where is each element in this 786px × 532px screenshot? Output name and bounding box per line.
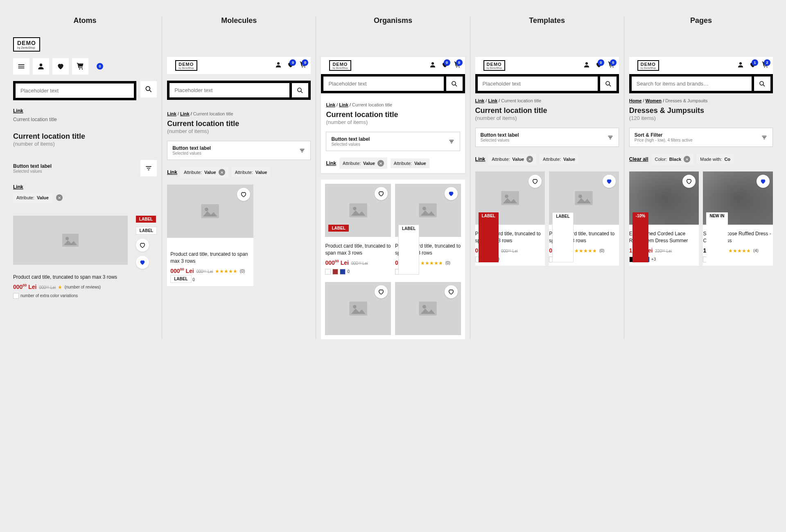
product-card[interactable]	[325, 282, 391, 335]
search-button[interactable]	[140, 81, 157, 97]
product-card[interactable]: NEW IN Stretch Viscose Ruffled Dress - C…	[703, 171, 773, 266]
product-card[interactable]: LABEL Product card title, truncated to s…	[325, 184, 391, 278]
link-atom[interactable]: Link	[13, 108, 23, 114]
search-input[interactable]	[169, 83, 289, 97]
rating: ★★★★★ (0)	[215, 268, 245, 274]
page-title: Current location title	[167, 119, 311, 128]
item-count: (number of items)	[326, 119, 460, 125]
column-molecules: Molecules DEMOby ZentoShop 0 0 Link / Li…	[162, 16, 316, 339]
logo: DEMO by ZentoShop	[13, 37, 40, 52]
wishlist-button[interactable]: 0	[441, 61, 449, 70]
real-page: DEMOby ZentoShop 1 2 Home / Women / Dres…	[629, 57, 773, 266]
extra-colors[interactable]: +3	[651, 257, 656, 261]
heart-icon	[56, 62, 65, 70]
filter-chips: Link Attribute: Value ✕ Attribute: Value	[167, 167, 311, 178]
label-red: LABEL	[136, 216, 156, 223]
close-icon[interactable]: ✕	[684, 156, 690, 162]
search-button[interactable]	[754, 77, 770, 91]
item-count: (120 items)	[629, 115, 773, 121]
product-card[interactable]: LABEL LABEL Product card title, truncate…	[167, 185, 253, 286]
search-input[interactable]	[632, 77, 752, 91]
filter-chips: Clear all Color: Black ✕ Made with: Co	[629, 153, 773, 165]
discount-label: -10%	[632, 212, 648, 262]
page-title: Dresses & Jumpsuits	[629, 106, 773, 115]
logo[interactable]: DEMOby ZentoShop	[483, 60, 505, 71]
column-title: Organisms	[321, 16, 465, 25]
column-templates: Templates DEMOby ZentoShop 0 0 Link / Li…	[470, 16, 624, 339]
column-organisms: Organisms DEMOby ZentoShop 0 0 Link / Li…	[316, 16, 470, 339]
filter-chip[interactable]: Attribute: Value	[232, 167, 271, 177]
product-label: LABEL	[170, 275, 191, 283]
wishlist-toggle[interactable]	[237, 188, 250, 201]
wishlist-toggle[interactable]	[757, 175, 770, 188]
account-button[interactable]	[33, 58, 49, 74]
product-card[interactable]: LABEL Product card title, truncated to s…	[549, 171, 619, 266]
search-button[interactable]	[446, 77, 463, 91]
search-input[interactable]	[323, 77, 443, 91]
breadcrumb-link[interactable]: Link	[167, 111, 176, 116]
heart-button-filled[interactable]	[136, 256, 149, 269]
clear-link[interactable]: Link	[13, 184, 23, 190]
filter-button[interactable]	[140, 160, 157, 176]
close-icon[interactable]: ✕	[219, 169, 225, 176]
product-card[interactable]	[395, 282, 461, 335]
account-button[interactable]	[429, 61, 436, 70]
breadcrumb: Link / Link / Current location title	[167, 111, 311, 116]
breadcrumb-link[interactable]: Link	[180, 111, 190, 116]
sort-filter-button[interactable]: Sort & FilterPrice (high - low), 4 filte…	[629, 128, 773, 147]
account-button[interactable]	[583, 61, 590, 70]
breadcrumb: Home / Women / Dresses & Jumpsuits	[629, 98, 773, 103]
account-button[interactable]	[737, 61, 744, 70]
logo[interactable]: DEMOby ZentoShop	[175, 60, 197, 71]
logo[interactable]: DEMOby ZentoShop	[637, 60, 659, 71]
price: 00000 Lei 000⁰⁰ Lei	[170, 267, 213, 274]
search-button[interactable]	[600, 77, 617, 91]
cart-button[interactable]	[72, 58, 88, 74]
user-icon	[37, 62, 45, 70]
menu-icon	[17, 62, 25, 70]
filter-chip-color[interactable]: Color: Black ✕	[652, 153, 694, 165]
cart-button[interactable]: 2	[761, 61, 769, 70]
wishlist-button[interactable]: 0	[287, 61, 294, 70]
wishlist-button[interactable]	[52, 58, 69, 74]
search-input[interactable]	[478, 77, 598, 91]
column-pages: Pages DEMOby ZentoShop 1 2 Home / Women …	[624, 16, 778, 339]
search-input[interactable]	[16, 83, 134, 98]
product-card[interactable]: -10% Embellished Corded Lace Ruffle-Hem …	[629, 171, 699, 266]
heart-button-outline[interactable]	[136, 239, 149, 252]
wishlist-toggle[interactable]	[375, 187, 388, 200]
clear-all-link[interactable]: Clear all	[629, 156, 648, 162]
menu-button[interactable]	[13, 58, 29, 74]
rating: ★★★★★ (4)	[728, 248, 758, 254]
product-card[interactable]: LABEL Product card title, truncated to s…	[475, 171, 545, 266]
swatches: number of extra color variations	[13, 293, 128, 299]
account-button[interactable]	[275, 61, 282, 70]
page-title: Current location title	[326, 110, 460, 119]
product-card[interactable]: LABEL Product card title, truncated to s…	[395, 184, 461, 278]
search-button[interactable]	[292, 83, 308, 97]
clear-all-link[interactable]: Link	[167, 169, 177, 175]
column-title: Atoms	[13, 16, 157, 25]
sort-filter-button[interactable]: Button text labelSelected values	[475, 128, 619, 147]
filter-chip[interactable]: Attribute: Value	[13, 193, 52, 203]
cart-button[interactable]: 0	[299, 61, 307, 70]
wishlist-button[interactable]: 1	[749, 61, 757, 70]
wishlist-toggle[interactable]	[445, 187, 458, 200]
wishlist-button[interactable]: 0	[595, 61, 603, 70]
column-title: Pages	[629, 16, 773, 25]
filter-chip-material[interactable]: Made with: Co	[697, 154, 734, 164]
sort-filter-button[interactable]: Button text labelSelected values	[326, 132, 460, 151]
search-bar	[167, 81, 311, 100]
chip-remove-button[interactable]: ✕	[56, 194, 63, 201]
image-icon	[47, 230, 93, 250]
cart-button[interactable]: 0	[608, 61, 615, 70]
column-atoms: Atoms DEMO by ZentoShop 0 Link Current l…	[8, 16, 162, 339]
filter-icon	[299, 147, 305, 154]
breadcrumb-women[interactable]: Women	[646, 98, 662, 103]
cart-button[interactable]: 0	[454, 61, 461, 70]
user-icon	[275, 61, 282, 68]
logo[interactable]: DEMOby ZentoShop	[329, 60, 351, 71]
breadcrumb-home[interactable]: Home	[629, 98, 642, 103]
filter-chip[interactable]: Attribute: Value ✕	[181, 167, 228, 178]
sort-filter-button[interactable]: Button text labelSelected values	[167, 141, 311, 160]
